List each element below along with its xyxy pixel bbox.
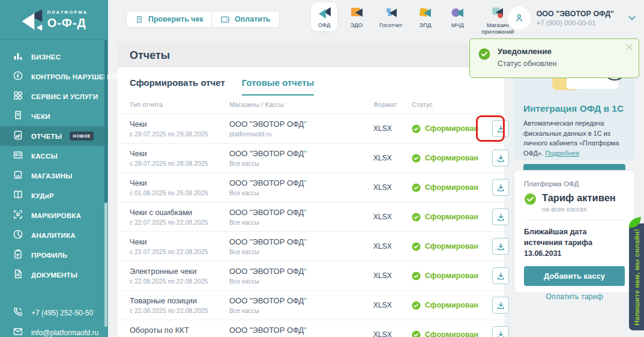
- app-switcher: ОФДЭДОГосотчетЭПДМЧДМагазин приложений: [311, 2, 519, 38]
- app-mchd-icon: [450, 6, 465, 21]
- mail-icon: [13, 326, 23, 337]
- account-menu[interactable]: ООО "ЭВОТОР ОФД" +7 (900) 000-00-01: [508, 7, 636, 29]
- tab-create-report[interactable]: Сформировать отчет: [130, 77, 225, 96]
- org-marker: ": [304, 326, 307, 335]
- pay-button[interactable]: Оплатить: [211, 11, 280, 28]
- sidebar-item-label: КАССЫ: [31, 153, 58, 160]
- cheki-icon: [13, 110, 23, 123]
- sidebar-scrollbar-thumb[interactable]: [104, 40, 107, 203]
- notification-toast: Уведомление Статус обновлен: [469, 38, 639, 78]
- report-org-cell: ООО "ЭВОТОР ОФД" Все кассы: [229, 208, 373, 226]
- report-status: Сформирован: [412, 272, 492, 281]
- report-org-cell: ООО "ЭВОТОР ОФД" platformaofd.ru: [229, 120, 373, 138]
- report-period: с 01.08.2025 по 25.08.2025: [130, 189, 229, 196]
- close-icon[interactable]: [626, 44, 633, 50]
- report-type-cell: Обороты по ККТ с 19.08.2025 по 19.08.202…: [130, 326, 229, 337]
- report-type: Товарные позиции: [130, 296, 229, 305]
- sidebar-item-label: МАГАЗИНЫ: [31, 172, 73, 180]
- status-label: Сформирован: [425, 330, 478, 337]
- app-epd[interactable]: ЭПД: [412, 2, 438, 31]
- brand-bottom-label: О-Ф-Д: [47, 17, 88, 29]
- sidebar-item-biznes[interactable]: БИЗНЕС: [0, 47, 108, 67]
- sidebar-item-partial[interactable]: [0, 290, 108, 294]
- brand-top-label: ПЛАТФОРМА: [47, 10, 88, 15]
- chevron-down-icon[interactable]: [628, 16, 636, 20]
- download-button[interactable]: [492, 120, 509, 137]
- tab-ready-reports[interactable]: Готовые отчеты: [242, 77, 314, 96]
- download-button[interactable]: [492, 267, 509, 284]
- report-action-cell: [492, 179, 513, 196]
- download-button[interactable]: [492, 179, 509, 196]
- download-button[interactable]: [492, 238, 509, 255]
- sidebar-contact-mail[interactable]: info@platformaofd.ru: [0, 323, 108, 337]
- sidebar-scrollbar[interactable]: [104, 40, 107, 327]
- org-marker: ": [304, 237, 307, 246]
- sidebar-item-cheki[interactable]: ЧЕКИ: [0, 106, 108, 126]
- report-action-cell: [492, 208, 513, 225]
- report-type: Чеки: [130, 149, 229, 158]
- app-edo-icon: [349, 6, 364, 21]
- status-label: Сформирован: [425, 301, 478, 309]
- report-period: с 22.08.2025 по 22.08.2025: [130, 307, 229, 314]
- app-gosotchet-icon: [384, 6, 399, 21]
- table-body: Чеки с 29.07.2025 по 29.08.2025 ООО "ЭВО…: [118, 114, 504, 337]
- sidebar-item-label: ДОКУМЕНТЫ: [31, 272, 77, 279]
- report-action-cell: [492, 120, 513, 137]
- check-receipt-button[interactable]: Проверить чек: [126, 11, 212, 28]
- sidebar-item-magaziny[interactable]: МАГАЗИНЫ: [0, 166, 108, 186]
- toast-message: Статус обновлен: [498, 59, 556, 68]
- pay-tariff-link[interactable]: Оплатить тариф: [524, 293, 625, 301]
- page-header: Отчеты: [118, 43, 504, 67]
- report-type-cell: Чеки с ошибками с 22.07.2025 по 22.08.20…: [130, 208, 229, 226]
- account-name: ООО "ЭВОТОР ОФД": [537, 10, 614, 18]
- report-type: Чеки: [130, 178, 229, 187]
- report-format: XLSX: [373, 272, 412, 280]
- org-marker: ": [304, 120, 307, 129]
- contact-label: +7 (495) 252-50-50: [31, 309, 93, 317]
- app-gosotchet[interactable]: Госотчет: [376, 2, 406, 31]
- tabs: Сформировать отчет Готовые отчеты: [118, 67, 504, 96]
- app-ofd[interactable]: ОФД: [311, 2, 337, 31]
- status-check-icon: [412, 154, 421, 163]
- sidebar-item-kudir[interactable]: КУДиР: [0, 186, 108, 205]
- sidebar-item-dokumenty[interactable]: ДОКУМЕНТЫ: [0, 265, 108, 285]
- brand-logo[interactable]: ПЛАТФОРМА О-Ф-Д: [0, 0, 108, 40]
- org-name: ООО "ЭВОТОР ОФД": [229, 326, 373, 335]
- report-format: XLSX: [373, 183, 412, 192]
- app-edo[interactable]: ЭДО: [343, 2, 370, 31]
- org-name: ООО "ЭВОТОР ОФД": [229, 120, 373, 129]
- download-button[interactable]: [492, 150, 509, 166]
- sidebar-item-profil[interactable]: ПРОФИЛЬ: [0, 245, 108, 265]
- download-button[interactable]: [492, 297, 509, 314]
- promo-more-link[interactable]: Подробнее: [545, 150, 579, 157]
- sidebar-item-otchety[interactable]: ОТЧЕТЫНОВОЕ: [0, 126, 108, 146]
- report-status: Сформирован: [412, 330, 492, 337]
- sidebar-item-kontrol[interactable]: КОНТРОЛЬ НАРУШЕНИЙ: [0, 67, 108, 87]
- app-mchd[interactable]: МЧД: [444, 2, 471, 31]
- sidebar-item-markirovka[interactable]: МАРКИРОВКА: [0, 205, 108, 225]
- kudir-icon: [13, 189, 23, 202]
- sidebar-item-label: ПРОФИЛЬ: [31, 252, 68, 259]
- app-ofd-icon: [317, 6, 332, 21]
- report-type-cell: Чеки с 22.07.2025 по 22.08.2025: [130, 237, 229, 255]
- analitika-icon: [13, 229, 23, 242]
- sidebar-nav: БИЗНЕСКОНТРОЛЬ НАРУШЕНИЙСЕРВИС И УСЛУГИЧ…: [0, 47, 108, 285]
- sidebar-item-label: СЕРВИС И УСЛУГИ: [31, 93, 98, 100]
- page-title: Отчеты: [130, 49, 170, 62]
- report-status: Сформирован: [412, 242, 492, 251]
- download-button[interactable]: [492, 208, 509, 225]
- magaziny-icon: [13, 169, 23, 183]
- sidebar-item-label: БИЗНЕС: [31, 53, 61, 61]
- table-row: Электронные чеки с 22.08.2025 по 22.08.2…: [118, 261, 504, 291]
- profil-icon: [13, 249, 23, 262]
- sidebar-item-analitika[interactable]: АНАЛИТИКА: [0, 225, 108, 245]
- add-kassa-button[interactable]: Добавить кассу: [524, 266, 625, 286]
- sidebar-contact-phone[interactable]: +7 (495) 252-50-50: [0, 303, 108, 323]
- sidebar-item-kassy[interactable]: КАССЫ: [0, 146, 108, 166]
- report-type: Электронные чеки: [130, 267, 229, 276]
- app-label: МЧД: [451, 22, 464, 29]
- org-scope: platformaofd.ru: [229, 130, 373, 138]
- chat-ribbon[interactable]: Напишите нам, мы онлайн!: [629, 223, 644, 330]
- sidebar-item-servis[interactable]: СЕРВИС И УСЛУГИ: [0, 87, 108, 106]
- download-button[interactable]: [492, 326, 509, 337]
